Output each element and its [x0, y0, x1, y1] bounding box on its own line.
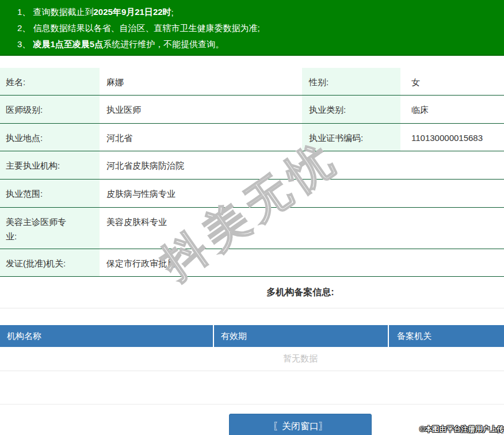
field-value-practice-category: 临床	[400, 96, 504, 123]
table-row: 姓名: 麻娜 性别: 女	[0, 68, 504, 96]
notice-text: ;	[171, 7, 174, 17]
field-value-practice-scope: 皮肤病与性病专业	[100, 180, 504, 207]
table-row: 执业范围: 皮肤病与性病专业	[0, 180, 504, 208]
field-label-practice-location: 执业地点:	[0, 124, 100, 151]
empty-table-row	[0, 371, 504, 405]
table-row: 执业地点: 河北省 执业证书编码: 110130000015683	[0, 124, 504, 151]
field-value-doctor-level: 执业医师	[100, 96, 302, 123]
field-value-cosmetic-specialty: 美容皮肤科专业	[100, 208, 504, 249]
field-label-practice-scope: 执业范围:	[0, 180, 100, 207]
copyright-watermark: ©本图由平台注册用户上传	[419, 425, 504, 434]
notice-line-3: 3、 凌晨1点至凌晨5点系统进行维护，不能提供查询。	[17, 36, 504, 52]
notice-bold-text: 凌晨1点至凌晨5点	[33, 39, 104, 50]
notice-line-2: 2、 信息数据结果以各省、自治区、直辖市卫生健康委数据为准;	[17, 20, 504, 36]
field-value-gender: 女	[400, 68, 504, 95]
multi-institution-section-title: 多机构备案信息:	[0, 277, 504, 308]
table-row: 主要执业机构: 河北省皮肤病防治院	[0, 151, 504, 180]
table-row: 美容主诊医师专业: 美容皮肤科专业	[0, 208, 504, 249]
column-header-validity-period: 有效期	[214, 325, 388, 347]
empty-data-message: 暂无数据	[0, 347, 504, 371]
field-value-practice-location: 河北省	[100, 124, 302, 151]
notice-banner: 1、 查询数据截止到2025年9月21日22时; 2、 信息数据结果以各省、自治…	[0, 0, 504, 56]
notice-line-1: 1、 查询数据截止到2025年9月21日22时;	[17, 4, 504, 20]
notice-text: 系统进行维护，不能提供查询。	[103, 39, 224, 50]
field-label-name: 姓名:	[0, 68, 100, 95]
field-value-issuing-authority: 保定市行政审批局	[100, 249, 504, 276]
notice-text: 2、 信息数据结果以各省、自治区、直辖市卫生健康委数据为准;	[17, 23, 260, 34]
field-label-cosmetic-specialty: 美容主诊医师专业:	[0, 208, 100, 249]
registration-table-header: 机构名称 有效期 备案机关	[0, 325, 504, 347]
field-label-doctor-level: 医师级别:	[0, 96, 100, 123]
page-content: 1、 查询数据截止到2025年9月21日22时; 2、 信息数据结果以各省、自治…	[0, 0, 504, 435]
field-value-main-institution: 河北省皮肤病防治院	[100, 151, 504, 179]
table-row: 发证(批准)机关: 保定市行政审批局	[0, 249, 504, 277]
notice-text: 3、	[17, 39, 33, 50]
column-header-institution-name: 机构名称	[0, 325, 213, 347]
notice-bold-text: 2025年9月21日22时	[94, 7, 171, 18]
column-header-filing-authority: 备案机关	[389, 325, 504, 347]
field-label-practice-category: 执业类别:	[302, 96, 400, 123]
close-window-button[interactable]: 〖关闭窗口〗	[229, 414, 372, 435]
field-value-name: 麻娜	[100, 68, 302, 95]
field-value-certificate-number: 110130000015683	[400, 124, 504, 151]
table-row: 医师级别: 执业医师 执业类别: 临床	[0, 96, 504, 124]
registration-table: 机构名称 有效期 备案机关 暂无数据	[0, 325, 504, 405]
field-label-certificate-number: 执业证书编码:	[302, 124, 400, 151]
field-label-gender: 性别:	[302, 68, 400, 95]
field-label-main-institution: 主要执业机构:	[0, 151, 100, 179]
practitioner-query-result-page: 1、 查询数据截止到2025年9月21日22时; 2、 信息数据结果以各省、自治…	[0, 0, 504, 435]
notice-text: 1、 查询数据截止到	[17, 7, 94, 18]
practitioner-info-table: 姓名: 麻娜 性别: 女 医师级别: 执业医师 执业类别: 临床 执业地点: 河…	[0, 68, 504, 277]
field-label-issuing-authority: 发证(批准)机关:	[0, 249, 100, 276]
